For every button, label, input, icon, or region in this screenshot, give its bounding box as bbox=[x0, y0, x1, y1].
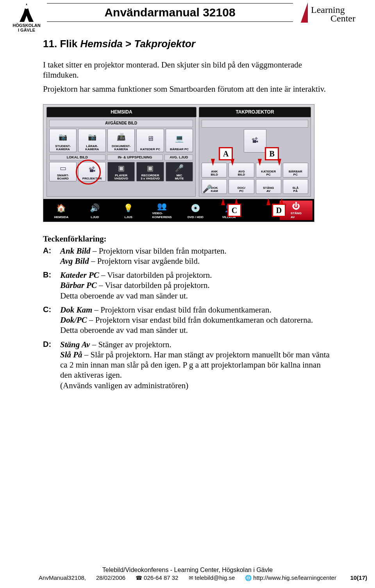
btn-sla-pa[interactable]: SLÅ PÅ bbox=[283, 179, 308, 194]
footer-line1: Telebild/Videokonferens - Learning Cente… bbox=[0, 567, 375, 574]
nav-ljus[interactable]: 💡LJUS bbox=[112, 201, 145, 220]
arrow-b2 bbox=[277, 159, 281, 166]
conference-icon: 👥 bbox=[157, 201, 167, 211]
btn-barbar-pc[interactable]: 💻BÄRBAR PC bbox=[166, 129, 193, 152]
legend-a-term1: Ank Bild bbox=[60, 246, 91, 256]
arrow-c2 bbox=[234, 198, 238, 205]
pane-hemsida: AVGÅENDE BILD 📷STUDENT- KAMERA 📷LÄRAR- K… bbox=[46, 117, 196, 197]
section-hemsida: Hemsida bbox=[80, 38, 122, 50]
mail-icon: ✉ bbox=[189, 575, 193, 581]
legend-d-term2: Slå På bbox=[60, 350, 82, 359]
laptop-icon: 💻 bbox=[175, 129, 184, 148]
btn-projektor[interactable]: 📽PROJEKTOR bbox=[78, 162, 105, 181]
logo-lc-line2: Center bbox=[330, 13, 355, 24]
camera-icon: 📷 bbox=[88, 129, 96, 145]
section-gt: > bbox=[125, 38, 131, 50]
logo-hogskolan-icon bbox=[16, 2, 38, 23]
intro-p1: I taket sitter en projektor monterad. De… bbox=[43, 60, 332, 80]
legend-c-term1: Dok Kam bbox=[60, 305, 92, 314]
btn-doc-pc[interactable]: DOC/ PC bbox=[229, 179, 254, 194]
btn-player-vhs-dvd[interactable]: ▣PLAYER VHS/DVD bbox=[107, 162, 135, 181]
footer-phone: 026-64 87 32 bbox=[144, 574, 178, 581]
legend-b-desc3: Detta oberoende av vad man sänder ut. bbox=[60, 291, 188, 300]
legend-a-key: A: bbox=[43, 246, 53, 256]
logo-hogskolan-line2: I GÄVLE bbox=[8, 28, 45, 32]
legend-c: C: Dok Kam – Projektorn visar endast bil… bbox=[43, 305, 332, 336]
legend-a: A: Ank Bild – Projektorn visar bilden fr… bbox=[43, 246, 332, 266]
arrow-a1 bbox=[211, 159, 215, 166]
footer-email: telebild@hig.se bbox=[195, 574, 235, 581]
legend-a-desc2: – Projektorn visar avgående bild. bbox=[89, 256, 200, 266]
pane-takprojektor: 📽 ANK BILD AVG BILD KATEDER PC BÄRBAR PC… bbox=[199, 117, 311, 197]
indicator-projector: 📽 bbox=[244, 129, 266, 153]
btn-recorder-vhs-dvd[interactable]: ▣RECORDER 3 x VHS/DVD bbox=[136, 162, 164, 181]
nav-dvd-hdd[interactable]: 💿DVD / HDD bbox=[179, 201, 212, 220]
page-header: HÖGSKOLAN I GÄVLE Användarmanual 32108 L… bbox=[0, 0, 375, 22]
player-icon: ▣ bbox=[118, 162, 125, 174]
arrow-d1 bbox=[266, 198, 270, 205]
tab-takprojektor[interactable]: TAKPROJEKTOR bbox=[199, 107, 311, 117]
home-icon: 🏠 bbox=[56, 201, 66, 215]
nav-spacer bbox=[246, 201, 279, 220]
legend-b-desc1: – Visar datorbilden på projektorn. bbox=[99, 270, 212, 280]
legend-d-key: D: bbox=[43, 339, 53, 349]
btn-larar-kamera[interactable]: 📷LÄRAR- KAMERA bbox=[78, 129, 105, 152]
board-icon: ▭ bbox=[60, 162, 66, 174]
mic-icon: 🎤 bbox=[175, 162, 184, 174]
arrow-c1 bbox=[221, 198, 225, 205]
light-icon: 💡 bbox=[123, 201, 133, 215]
legend-title: Teckenförklaring: bbox=[43, 234, 332, 244]
section-flik: Flik bbox=[60, 38, 77, 50]
btn-student-kamera[interactable]: 📷STUDENT- KAMERA bbox=[49, 129, 77, 152]
arrow-a2 bbox=[230, 159, 234, 166]
legend-a-desc1: – Projektorn visar bilden från motparten… bbox=[91, 246, 227, 256]
mic-icon: 🎤 bbox=[202, 184, 212, 194]
arrow-d2 bbox=[280, 198, 284, 205]
subheader-empty bbox=[202, 120, 308, 128]
footer-page: 10(17) bbox=[350, 574, 367, 581]
legend-b-key: B: bbox=[43, 270, 53, 280]
legend-a-term2: Avg Bild bbox=[60, 256, 89, 266]
page-footer: Telebild/Videokonferens - Learning Cente… bbox=[0, 567, 375, 581]
legend-d-desc3: (Används vanligen av administratören) bbox=[60, 381, 188, 390]
legend-c-key: C: bbox=[43, 305, 53, 314]
subheader-in-uppspelning: IN- & UPPSPELNING bbox=[107, 155, 163, 160]
legend-c-desc1: – Projektorn visar endast bild från doku… bbox=[92, 305, 271, 314]
legend-d: D: Stäng Av – Stänger av projektorn. Slå… bbox=[43, 339, 332, 391]
btn-mic-mute[interactable]: 🎤MIC MUTE bbox=[166, 162, 193, 181]
bottom-nav: 🏠HEMSIDA 🔊LJUD 💡LJUS 👥VIDEO- KONFERENS 💿… bbox=[43, 199, 314, 222]
power-icon: ⏻ bbox=[292, 201, 300, 211]
subheader-avg-ljud: AVG. LJUD bbox=[164, 155, 193, 160]
logo-hogskolan-line1: HÖGSKOLAN bbox=[8, 23, 45, 28]
tab-hemsida[interactable]: HEMSIDA bbox=[46, 107, 196, 117]
camera-icon: 📷 bbox=[59, 129, 67, 145]
subheader-avgaende-bild: AVGÅENDE BILD bbox=[49, 120, 193, 127]
subheader-lokal-bild: LOKAL BILD bbox=[49, 155, 105, 160]
recorder-icon: ▣ bbox=[147, 162, 154, 174]
arrow-b1 bbox=[258, 159, 262, 166]
svg-point-0 bbox=[25, 5, 29, 9]
btn-smartboard[interactable]: ▭SMART- BOARD bbox=[49, 162, 77, 181]
legend-b: B: Kateder PC – Visar datorbilden på pro… bbox=[43, 270, 332, 301]
page-title: Användarmanual 32108 bbox=[104, 6, 235, 19]
nav-villkor[interactable]: 👤VILLKOR bbox=[212, 201, 245, 220]
footer-url: http://www.hig.se/learningcenter bbox=[253, 574, 336, 581]
nav-ljud[interactable]: 🔊LJUD bbox=[79, 201, 111, 220]
legend-b-term1: Kateder PC bbox=[60, 270, 99, 280]
phone-icon: ☎ bbox=[136, 575, 142, 581]
legend-c-term2: Dok/PC bbox=[60, 315, 87, 325]
projector-icon: 📽 bbox=[252, 130, 259, 151]
nav-stang-av[interactable]: ⏻STÄNG AV bbox=[280, 201, 312, 220]
legend-c-desc2: – Projektorn visar endast bild från doku… bbox=[60, 315, 313, 335]
desktop-icon: 🖥 bbox=[147, 129, 154, 148]
footer-date: 28/02/2006 bbox=[96, 574, 125, 581]
btn-barbar-pc-proj[interactable]: BÄRBAR PC bbox=[283, 163, 308, 178]
logo-hogskolan: HÖGSKOLAN I GÄVLE bbox=[8, 2, 45, 32]
section-number: 11. bbox=[43, 38, 57, 50]
btn-kateder-pc[interactable]: 🖥KATEDER PC bbox=[136, 129, 164, 152]
btn-dokument-kamera[interactable]: 📠DOKUMENT- KAMERA bbox=[107, 129, 135, 152]
btn-stang-av[interactable]: STÄNG AV bbox=[256, 179, 281, 194]
section-takprojektor: Takprojektor bbox=[134, 38, 195, 50]
nav-hemsida[interactable]: 🏠HEMSIDA bbox=[45, 201, 78, 220]
nav-videokonferens[interactable]: 👥VIDEO- KONFERENS bbox=[146, 201, 179, 220]
